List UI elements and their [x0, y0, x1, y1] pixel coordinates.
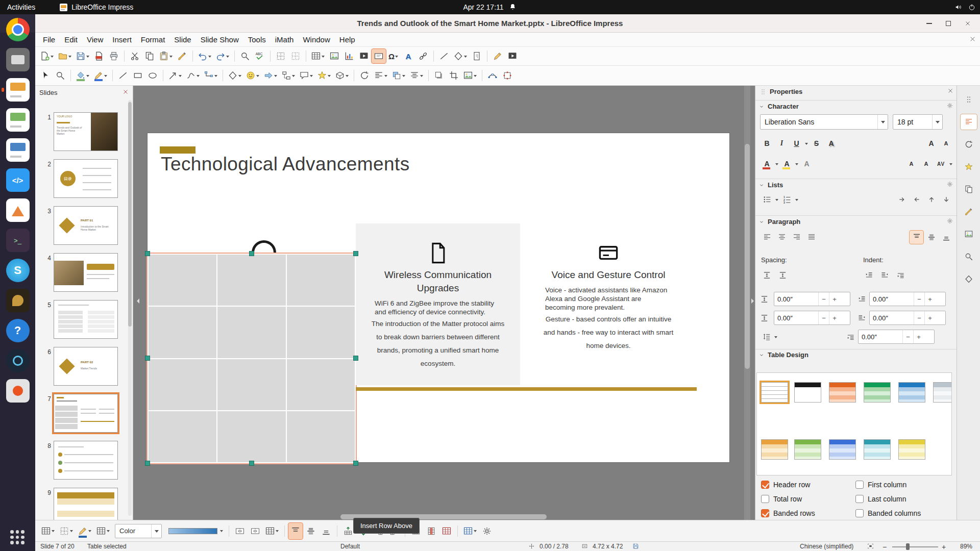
dock-impress[interactable] — [6, 78, 30, 102]
line-width-button[interactable] — [165, 523, 225, 539]
center-vertically-button[interactable] — [304, 523, 318, 539]
minimize-button[interactable] — [923, 17, 935, 30]
fill-color-dropdown[interactable] — [86, 68, 90, 83]
tab-styles[interactable] — [961, 204, 977, 219]
align-right-button[interactable] — [790, 231, 803, 244]
align-objects-dropdown[interactable] — [384, 68, 388, 83]
table-style-orange[interactable] — [829, 382, 856, 403]
table-design-section-header[interactable]: Table Design — [758, 351, 953, 359]
dock-skype[interactable]: S — [6, 259, 30, 282]
open-button[interactable] — [56, 49, 74, 63]
basic-shapes-button[interactable] — [452, 49, 469, 63]
decrement-button[interactable]: − — [902, 330, 913, 343]
slides-scrollbar-thumb[interactable] — [128, 102, 132, 327]
subscript-button[interactable]: A — [919, 157, 933, 170]
menu-file[interactable]: File — [38, 34, 60, 45]
first-line-indent-field[interactable]: −+ — [858, 330, 935, 344]
undo-dropdown[interactable] — [208, 49, 212, 63]
highlight-color-dropdown[interactable] — [795, 161, 799, 167]
window-title-bar[interactable]: Trends and Outlook of the Smart Home Mar… — [0, 14, 980, 33]
dock-terminal[interactable]: >_ — [6, 229, 30, 252]
italic-button[interactable]: I — [775, 137, 789, 150]
table-style-amber-banded[interactable] — [761, 439, 788, 460]
dock-app[interactable] — [6, 289, 30, 312]
special-character-button[interactable]: Ω — [386, 49, 401, 63]
tab-properties[interactable] — [961, 114, 977, 130]
basic-shapes-button[interactable] — [226, 68, 243, 83]
document-modified-icon[interactable] — [632, 543, 639, 550]
tab-animation[interactable] — [961, 159, 977, 174]
dock-software[interactable] — [6, 379, 30, 403]
special-character-dropdown[interactable] — [395, 49, 399, 63]
borders-dropdown[interactable] — [106, 523, 110, 539]
redo-button[interactable] — [214, 49, 231, 63]
clock-menu[interactable]: Apr 22 17:11 — [463, 3, 517, 11]
decrement-button[interactable]: − — [818, 292, 829, 306]
character-dialog-button[interactable]: A — [800, 157, 814, 170]
first-line-indent-input[interactable] — [859, 333, 902, 341]
slide-thumbnail-1[interactable]: 1 YOUR LOGO Trends and Outlook of the Sm… — [54, 112, 118, 151]
bold-button[interactable]: B — [760, 137, 774, 150]
tab-slide-transition[interactable] — [961, 137, 977, 152]
stars-dropdown[interactable] — [327, 68, 331, 83]
table-cell[interactable] — [217, 255, 285, 306]
shrink-font-button[interactable]: A — [939, 137, 953, 150]
table-style-blue-banded[interactable] — [829, 439, 856, 460]
increase-indent-button[interactable] — [862, 268, 876, 282]
decrement-button[interactable]: − — [818, 311, 829, 324]
cut-button[interactable] — [128, 49, 142, 63]
superscript-button[interactable]: A — [904, 157, 918, 170]
activities-button[interactable]: Activities — [0, 0, 42, 14]
spacing-above-input[interactable] — [774, 295, 818, 303]
basic-shapes-dropdown[interactable] — [463, 49, 468, 63]
table-style-teal-banded[interactable] — [864, 439, 891, 460]
line-color-dropdown[interactable] — [104, 68, 108, 83]
paste-button[interactable] — [157, 49, 175, 63]
save-button[interactable] — [74, 49, 91, 63]
connectors-button[interactable] — [202, 68, 219, 83]
start-slideshow-button[interactable] — [505, 49, 520, 63]
connectors-dropdown[interactable] — [214, 68, 218, 83]
lists-more-options-button[interactable] — [946, 181, 953, 189]
image-filter-button[interactable] — [461, 68, 479, 83]
slide-thumbnail-8[interactable]: 8 — [54, 441, 118, 480]
grow-font-button[interactable]: A — [924, 137, 938, 150]
curves-dropdown[interactable] — [196, 68, 200, 83]
border-style-button[interactable] — [58, 523, 75, 539]
font-size-input[interactable] — [893, 118, 932, 126]
edit-points-button[interactable] — [485, 68, 500, 83]
distribute-dropdown[interactable] — [420, 68, 424, 83]
align-objects-button[interactable] — [372, 68, 389, 83]
fontwork-button[interactable]: A — [401, 49, 415, 63]
show-draw-functions-button[interactable] — [491, 49, 505, 63]
save-dropdown[interactable] — [86, 49, 90, 63]
table-cell[interactable] — [149, 411, 216, 462]
select-table-dropdown[interactable] — [473, 523, 477, 539]
character-spacing-dropdown[interactable] — [949, 161, 953, 167]
line-color-button[interactable] — [92, 68, 109, 83]
lines-arrows-button[interactable] — [166, 68, 184, 83]
export-pdf-button[interactable] — [92, 49, 106, 63]
ellipse-tool-button[interactable] — [145, 68, 160, 83]
table-cell[interactable] — [217, 359, 285, 410]
increment-button[interactable]: + — [829, 311, 840, 324]
spacing-below-input[interactable] — [774, 314, 818, 322]
insert-line-button[interactable] — [437, 49, 451, 63]
table-button[interactable] — [39, 523, 57, 539]
slide-thumbnail-5[interactable]: 5 — [54, 300, 118, 339]
section-paragraph[interactable]: WiFi 6 and ZigBee improve the stability … — [375, 299, 501, 316]
selection-handle-w[interactable] — [145, 356, 150, 361]
vertical-scrollbar-thumb[interactable] — [745, 144, 750, 369]
menu-edit[interactable]: Edit — [60, 34, 82, 45]
area-style-dropdown[interactable] — [151, 524, 161, 538]
slide-title-text[interactable]: Technological Advancements — [161, 154, 410, 175]
edit-canvas[interactable]: Technological Advancements Wireless Comm… — [133, 86, 750, 520]
first-column-checkbox[interactable]: First column — [855, 481, 906, 489]
move-up-button[interactable] — [924, 193, 938, 206]
dock-chrome[interactable] — [6, 18, 30, 41]
dock-vscode[interactable]: </> — [6, 168, 30, 192]
total-row-checkbox[interactable]: Total row — [761, 495, 802, 503]
table-cell[interactable] — [149, 359, 216, 410]
curves-polygons-button[interactable] — [184, 68, 202, 83]
zoom-slider-track[interactable] — [892, 546, 938, 547]
